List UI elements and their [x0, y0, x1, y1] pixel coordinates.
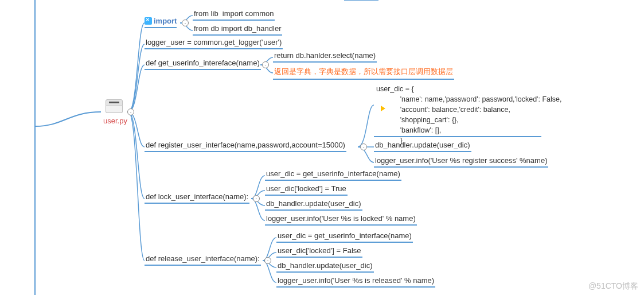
- release-line-0[interactable]: user_dic = get_userinfo_interface(name): [276, 230, 413, 243]
- register-def[interactable]: def register_user_interface(name,passwor…: [145, 139, 346, 152]
- import-icon: [145, 17, 152, 25]
- import-line-0[interactable]: from lib import common: [193, 8, 275, 21]
- logger-line[interactable]: logger_user = common.get_logger('user'): [145, 37, 283, 49]
- lock-line-2[interactable]: db_handler.update(user_dic): [265, 198, 362, 211]
- release-def[interactable]: def release_user_interface(name):: [145, 253, 261, 266]
- lock-line-0[interactable]: user_dic = get_userinfo_interface(name): [265, 168, 401, 181]
- import-text: import: [154, 17, 177, 25]
- lock-def[interactable]: def lock_user_interface(name):: [145, 191, 249, 204]
- import-line-1[interactable]: from db import db_handler: [193, 23, 282, 36]
- collapse-handle[interactable]: -: [127, 108, 134, 115]
- release-line-1[interactable]: user_dic['locked'] = False: [276, 245, 362, 258]
- collapse-handle[interactable]: -: [262, 61, 269, 68]
- file-icon: [106, 99, 123, 113]
- collapse-handle[interactable]: -: [360, 143, 367, 150]
- collapse-handle[interactable]: -: [253, 195, 260, 202]
- collapse-handle[interactable]: -: [182, 20, 189, 26]
- release-line-2[interactable]: db_handler.update(user_dic): [276, 260, 374, 273]
- get-userinfo-note[interactable]: 返回是字典，字典是数据，所以需要接口层调用数据层: [273, 65, 454, 80]
- register-dict[interactable]: user_dic = { 'name': name,'password': pa…: [376, 84, 561, 146]
- lock-line-3[interactable]: logger_user.info('User %s is locked' % n…: [265, 213, 417, 226]
- mindmap-canvas: { "root": { "label": "user.py" }, "impor…: [0, 0, 644, 295]
- import-node[interactable]: import: [145, 17, 177, 28]
- collapse-handle[interactable]: -: [264, 257, 271, 264]
- register-log[interactable]: logger_user.info('User %s register succe…: [374, 155, 548, 168]
- get-userinfo-return[interactable]: return db.hanlder.select(name): [273, 50, 377, 63]
- lock-line-1[interactable]: user_dic['locked'] = True: [265, 183, 348, 196]
- register-update[interactable]: db_handler.update(user_dic): [374, 139, 471, 152]
- trunk-line: [34, 0, 36, 295]
- get-userinfo-def[interactable]: def get_userinfo_intereface(name): [145, 57, 261, 70]
- watermark: @51CTO博客: [588, 281, 638, 292]
- release-line-3[interactable]: logger_user.info('User %s is released' %…: [276, 275, 435, 288]
- root-label[interactable]: user.py: [103, 117, 127, 125]
- play-marker-icon: [381, 106, 385, 111]
